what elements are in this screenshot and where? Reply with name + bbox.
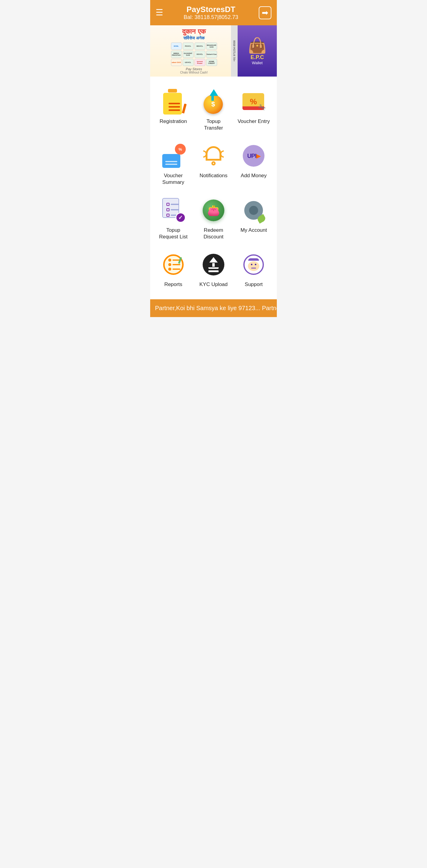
menu-item-kyc-upload[interactable]: KYC Upload [193,246,234,293]
logo-subarti: Subarti Gas [206,51,217,58]
menu-item-add-money[interactable]: UPI▶ Add Money [234,137,274,191]
logo-gujarat: GUJARAT GAS [183,51,193,58]
wallet-sublabel: Wallet [252,61,263,65]
voucher-summary-label: Voucher Summary [162,173,184,186]
logo-mgvcl: MGVCL [194,42,205,50]
menu-item-reports[interactable]: Reports [153,246,193,293]
menu-item-redeem-discount[interactable]: 👛 Redeem Discount [193,191,234,246]
phone-number-text: +91 971234 8558 [233,40,236,61]
header-title-block: PayStoresDT Bal: 38118.57|8052.73 [163,5,259,21]
add-money-label: Add Money [241,173,267,179]
support-icon-wrap [240,251,267,278]
banner-sub-title: सर्विसेज अनेक [183,36,205,41]
registration-label: Registration [159,118,187,125]
topup-request-list-icon-wrap: ✓ [160,197,187,224]
voucher-entry-icon: % ✂ [241,90,266,113]
voucher-summary-icon-wrap: % [160,142,187,169]
logo-dgvcl: DGVCL [194,51,205,58]
logo-adani: adani GAS [171,59,182,66]
kyc-upload-icon [201,252,226,277]
banner-logos: BSNL PGVCL MGVCL MAHAGAR GAS INDRA PRAST… [171,42,217,66]
menu-item-voucher-entry[interactable]: % ✂ Voucher Entry [234,83,274,137]
menu-item-voucher-summary[interactable]: % Voucher Summary [153,137,193,191]
logo-pgvcl: PGVCL [183,42,193,50]
menu-icon[interactable]: ☰ [156,8,163,17]
ticker-text: Partner,Koi bhi Samsya ke liye 97123... … [155,305,277,312]
banner-paystores: Pay Stores [186,67,202,71]
banner-phone-number: +91 971234 8558 [231,25,238,76]
menu-item-my-account[interactable]: My Account [234,191,274,246]
support-icon [241,252,266,277]
menu-item-notifications[interactable]: Notifications [193,137,234,191]
footer-ticker: Partner,Koi bhi Samsya ke liye 97123... … [150,299,277,317]
topup-transfer-icon-wrap: $ [200,88,227,115]
reports-icon-wrap [160,251,187,278]
my-account-label: My Account [240,227,267,234]
promo-banner: दुकान एक सर्विसेज अनेक BSNL PGVCL MGVCL … [150,25,277,76]
topup-request-list-label: Topup Request List [159,227,188,240]
app-title: PayStoresDT [163,5,259,14]
notifications-label: Notifications [200,173,228,179]
topup-transfer-label: Topup Transfer [204,118,223,131]
notifications-icon-wrap [200,142,227,169]
menu-item-registration[interactable]: Registration [153,83,193,137]
support-label: Support [245,281,263,288]
logo-indra: INDRA PRASTHA [171,51,182,58]
my-account-icon-wrap [240,197,267,224]
redeem-discount-icon-wrap: 👛 [200,197,227,224]
notifications-icon [202,144,225,168]
logo-mahagar: MAHAGAR GAS [206,42,217,50]
logout-icon[interactable]: ➡ [259,6,271,19]
my-account-icon [241,198,266,223]
menu-item-topup-request-list[interactable]: ✓ Topup Request List [153,191,193,246]
app-header: ☰ PayStoresDT Bal: 38118.57|8052.73 ➡ [150,0,277,25]
banner-content: दुकान एक सर्विसेज अनेक BSNL PGVCL MGVCL … [150,25,277,76]
topup-request-list-icon: ✓ [161,198,186,223]
logo-home-credit: HOME CREDIT [206,59,217,66]
redeem-discount-icon: 👛 [201,198,226,223]
logo-ugvcl: UGVCL [183,59,193,66]
voucher-entry-label: Voucher Entry [238,118,270,125]
kyc-upload-label: KYC Upload [199,281,228,288]
topup-transfer-icon: $ [201,89,226,114]
add-money-icon-wrap: UPI▶ [240,142,267,169]
banner-hindi-title: दुकान एक [182,28,205,36]
reports-icon [161,252,186,277]
voucher-entry-icon-wrap: % ✂ [240,88,267,115]
epc-label: E.P.C [251,54,264,61]
menu-item-support[interactable]: Support [234,246,274,293]
registration-icon [161,89,185,115]
banner-left: दुकान एक सर्विसेज अनेक BSNL PGVCL MGVCL … [150,25,238,76]
kyc-upload-icon-wrap [200,251,227,278]
wallet-icon: 👜 [248,37,267,54]
redeem-discount-label: Redeem Discount [204,227,223,240]
menu-item-topup-transfer[interactable]: $ Topup Transfer [193,83,234,137]
logo-torrent: torrent Power [194,59,205,66]
main-menu-grid: Registration $ Topup Transfer % ✂ Vouche… [150,76,277,299]
reports-label: Reports [164,281,182,288]
balance-display: Bal: 38118.57|8052.73 [163,14,259,21]
banner-chalo: Chalo Without Cash! [180,71,208,74]
voucher-summary-icon: % [161,144,186,168]
registration-icon-wrap [160,88,187,115]
logo-bsnl: BSNL [171,42,182,50]
banner-wallet: 👜 E.P.C Wallet [238,25,277,76]
add-money-icon: UPI▶ [241,144,266,168]
